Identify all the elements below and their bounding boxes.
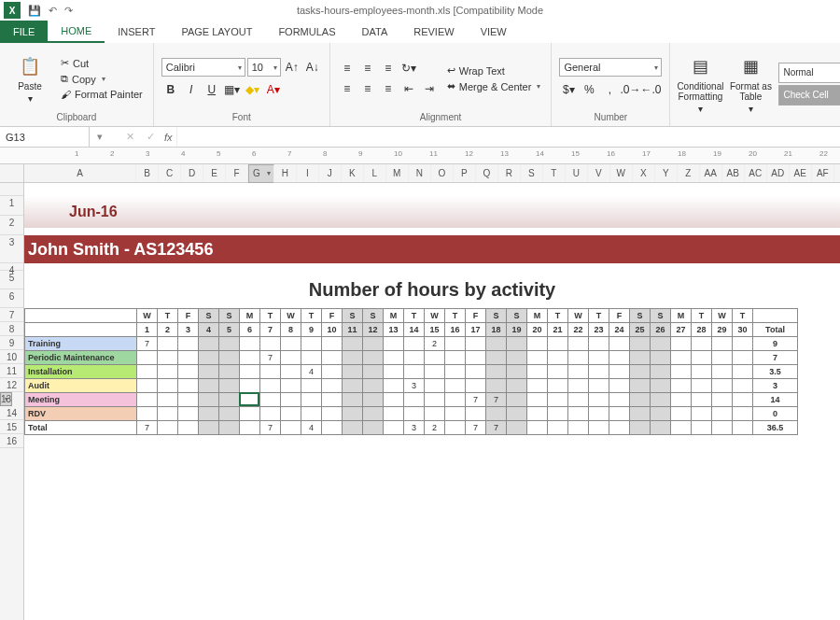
col-header-N[interactable]: N bbox=[409, 164, 431, 182]
indent-inc-button[interactable]: ⇥ bbox=[420, 79, 439, 98]
align-bottom-button[interactable]: ≡ bbox=[379, 59, 398, 78]
col-header-O[interactable]: O bbox=[431, 164, 454, 182]
col-header-Y[interactable]: Y bbox=[655, 164, 678, 182]
col-header-U[interactable]: U bbox=[566, 164, 588, 182]
tab-page-layout[interactable]: PAGE LAYOUT bbox=[168, 21, 265, 43]
underline-button[interactable]: U bbox=[203, 80, 221, 99]
row-header-2[interactable]: 2 bbox=[0, 216, 23, 235]
font-name-select[interactable]: Calibri bbox=[161, 58, 245, 77]
cell-employee[interactable]: John Smith - AS123456 bbox=[24, 235, 840, 263]
tab-data[interactable]: DATA bbox=[349, 21, 401, 43]
fx-icon[interactable]: fx bbox=[161, 132, 176, 143]
row-header-15[interactable]: 15 bbox=[0, 420, 23, 434]
percent-button[interactable]: % bbox=[580, 80, 598, 99]
tab-view[interactable]: VIEW bbox=[468, 21, 520, 43]
align-left-button[interactable]: ≡ bbox=[338, 79, 357, 98]
indent-dec-button[interactable]: ⇤ bbox=[399, 79, 418, 98]
col-header-C[interactable]: C bbox=[159, 164, 181, 182]
col-header-J[interactable]: J bbox=[319, 164, 342, 182]
decrease-decimal-button[interactable]: ←.0 bbox=[641, 80, 660, 99]
style-check-cell[interactable]: Check Cell bbox=[778, 85, 840, 106]
tab-review[interactable]: REVIEW bbox=[400, 21, 467, 43]
formula-input[interactable] bbox=[176, 127, 840, 147]
row-header-8[interactable]: 8 bbox=[0, 322, 23, 336]
col-header-A[interactable]: A bbox=[24, 164, 136, 182]
save-icon[interactable]: 💾 bbox=[28, 5, 41, 17]
row-header-12[interactable]: 12 bbox=[0, 378, 23, 392]
align-top-button[interactable]: ≡ bbox=[338, 59, 357, 78]
col-header-T[interactable]: T bbox=[543, 164, 566, 182]
col-header-AD[interactable]: AD bbox=[767, 164, 790, 182]
col-header-L[interactable]: L bbox=[364, 164, 386, 182]
namebox-dropdown[interactable]: ▾ bbox=[90, 131, 110, 143]
enter-icon[interactable]: ✓ bbox=[140, 131, 161, 143]
col-header-AC[interactable]: AC bbox=[745, 164, 767, 182]
col-header-D[interactable]: D bbox=[181, 164, 203, 182]
redo-icon[interactable]: ↷ bbox=[64, 5, 73, 17]
row-header-6[interactable]: 6 bbox=[0, 289, 23, 308]
col-header-K[interactable]: K bbox=[342, 164, 364, 182]
cell-chart-title[interactable]: Number of hours by activity bbox=[24, 271, 840, 308]
hours-table[interactable]: WTFSSMTWTFSSMTWTFSSMTWTFSSMTWT 123456789… bbox=[24, 308, 798, 435]
row-header-4[interactable]: 4 bbox=[0, 263, 23, 271]
row-header-7[interactable]: 7 bbox=[0, 308, 23, 322]
row-header-3[interactable]: 3 bbox=[0, 235, 23, 263]
col-header-AF[interactable]: AF bbox=[812, 164, 834, 182]
col-header-AB[interactable]: AB bbox=[722, 164, 745, 182]
italic-button[interactable]: I bbox=[182, 80, 201, 99]
col-header-AA[interactable]: AA bbox=[700, 164, 722, 182]
tab-home[interactable]: HOME bbox=[48, 21, 105, 43]
col-header-B[interactable]: B bbox=[136, 164, 159, 182]
row-header-5[interactable]: 5 bbox=[0, 271, 23, 289]
col-header-Z[interactable]: Z bbox=[678, 164, 700, 182]
col-header-Q[interactable]: Q bbox=[476, 164, 498, 182]
row-header-1[interactable]: 1 bbox=[0, 196, 23, 216]
col-header-G[interactable]: G bbox=[248, 164, 274, 183]
font-color-button[interactable]: A▾ bbox=[264, 80, 283, 99]
conditional-formatting-button[interactable]: ▤ Conditional Formatting▾ bbox=[678, 47, 722, 120]
row-header-11[interactable]: 11 bbox=[0, 364, 23, 378]
col-header-W[interactable]: W bbox=[610, 164, 633, 182]
row-header-9[interactable]: 9 bbox=[0, 336, 23, 350]
format-painter-button[interactable]: 🖌Format Painter bbox=[58, 88, 146, 101]
wrap-text-button[interactable]: ↩Wrap Text bbox=[444, 63, 544, 78]
row-header-10[interactable]: 10 bbox=[0, 350, 23, 364]
col-header-X[interactable]: X bbox=[633, 164, 655, 182]
bold-button[interactable]: B bbox=[161, 80, 180, 99]
align-center-button[interactable]: ≡ bbox=[358, 79, 377, 98]
undo-icon[interactable]: ↶ bbox=[49, 5, 57, 17]
cancel-icon[interactable]: ✕ bbox=[119, 131, 140, 143]
tab-insert[interactable]: INSERT bbox=[105, 21, 168, 43]
col-header-F[interactable]: F bbox=[226, 164, 248, 182]
grow-font-button[interactable]: A↑ bbox=[283, 58, 301, 77]
name-box[interactable]: G13 bbox=[0, 127, 90, 147]
row-header-14[interactable]: 14 bbox=[0, 406, 23, 420]
col-header-AE[interactable]: AE bbox=[790, 164, 812, 182]
copy-button[interactable]: ⧉Copy▾ bbox=[58, 72, 146, 86]
cell-period[interactable]: Jun-16 bbox=[24, 196, 840, 228]
row-header-16[interactable]: 16 bbox=[0, 434, 23, 448]
currency-button[interactable]: $▾ bbox=[559, 80, 578, 99]
align-middle-button[interactable]: ≡ bbox=[358, 59, 377, 78]
col-header-P[interactable]: P bbox=[454, 164, 476, 182]
col-header-M[interactable]: M bbox=[386, 164, 409, 182]
col-header-V[interactable]: V bbox=[588, 164, 610, 182]
col-header-S[interactable]: S bbox=[521, 164, 543, 182]
paste-button[interactable]: 📋 Paste ▾ bbox=[7, 47, 52, 110]
tab-formulas[interactable]: FORMULAS bbox=[265, 21, 348, 43]
tab-file[interactable]: FILE bbox=[0, 21, 48, 43]
column-headers[interactable]: ABCDEFGHIJKLMNOPQRSTUVWXYZAAABACADAEAF bbox=[0, 164, 840, 183]
fill-color-button[interactable]: ◆▾ bbox=[244, 80, 262, 99]
font-size-select[interactable]: 10 bbox=[247, 58, 281, 77]
merge-center-button[interactable]: ⬌Merge & Center▾ bbox=[444, 79, 544, 93]
grid[interactable]: Jun-16 John Smith - AS123456 Number of h… bbox=[24, 183, 840, 620]
col-header-I[interactable]: I bbox=[297, 164, 319, 182]
number-format-select[interactable]: General bbox=[559, 58, 662, 77]
style-normal[interactable]: Normal bbox=[778, 63, 840, 83]
cut-button[interactable]: ✂Cut bbox=[58, 56, 146, 70]
row-headers[interactable]: 12345678910111213141516 bbox=[0, 183, 24, 620]
col-header-E[interactable]: E bbox=[203, 164, 226, 182]
shrink-font-button[interactable]: A↓ bbox=[303, 58, 322, 77]
format-as-table-button[interactable]: ▦ Format as Table▾ bbox=[728, 47, 773, 120]
comma-button[interactable]: , bbox=[600, 80, 619, 99]
